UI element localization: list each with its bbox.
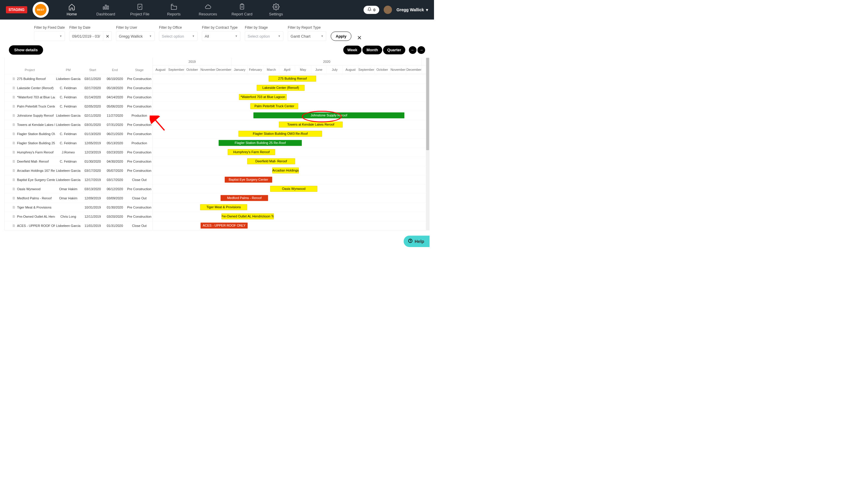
arrow-left-icon: ←	[411, 48, 415, 53]
nav-resources[interactable]: Resources	[191, 0, 225, 20]
file-check-icon	[136, 3, 143, 11]
gantt-bar[interactable]: Humphrey's Farm Reroof	[228, 149, 275, 155]
scroll-thumb[interactable]	[426, 58, 429, 150]
table-row[interactable]: 🗎Flagler Station Building OW3 Re-C. Feld…	[5, 129, 153, 138]
nav-label: Settings	[269, 12, 283, 16]
project-stage: Pre Construction	[126, 123, 153, 126]
user-select[interactable]: Gregg Wallick▼	[116, 31, 154, 41]
gantt-bar[interactable]: Lakeside Center (Reroof)	[257, 85, 305, 91]
table-row[interactable]: 🗎Medford Palms - ReroofOmar Hakim12/09/2…	[5, 193, 153, 203]
chevron-down-icon: ▼	[321, 35, 324, 38]
project-stage: Pre Construction	[126, 214, 153, 218]
gantt-bar[interactable]: Flagler Station Building OW3 Re-Roof	[238, 131, 322, 137]
help-button[interactable]: Help	[404, 236, 430, 247]
document-icon: 🗎	[12, 132, 16, 136]
year-2020: 2020	[232, 58, 422, 66]
month-header: July	[327, 66, 343, 74]
notifications-pill[interactable]: 0	[363, 5, 379, 14]
chevron-down-icon: ▼	[192, 35, 195, 38]
gantt-bar[interactable]: Arcadian Holdings	[272, 168, 299, 173]
fixed-date-select[interactable]: ▼	[34, 31, 65, 41]
zoom-month-button[interactable]: Month	[362, 46, 382, 55]
zoom-week-button[interactable]: Week	[343, 46, 361, 55]
table-row[interactable]: 🗎Arcadian Holdings 167 ReroofLisbeleen G…	[5, 166, 153, 175]
next-button[interactable]: →	[417, 46, 425, 54]
gantt-bar[interactable]: Deerfield Mall- Reroof	[247, 158, 295, 164]
nav-dashboard[interactable]: Dashboard	[89, 0, 123, 20]
month-header: August	[153, 66, 169, 74]
bell-icon	[367, 7, 372, 12]
month-header: December	[216, 66, 232, 74]
project-stage: Pre Construction	[126, 95, 153, 99]
project-stage: Pre Construction	[126, 132, 153, 136]
project-end: 06/12/2020	[104, 187, 126, 191]
month-header: June	[311, 66, 327, 74]
project-stage: Pre Construction	[126, 150, 153, 154]
project-pm: C. Feldman	[55, 104, 82, 108]
table-row[interactable]: 🗎Towers at Kendale Lakes ReroofLisbeleen…	[5, 120, 153, 129]
project-pm: Lisbeleen Garcia	[55, 224, 82, 227]
vertical-scrollbar[interactable]	[426, 58, 430, 230]
show-details-button[interactable]: Show details	[9, 45, 43, 55]
filter-report-type: Filter by Report Type Gantt Chart▼	[288, 25, 326, 41]
avatar[interactable]	[384, 5, 392, 14]
nav-reports[interactable]: Reports	[157, 0, 191, 20]
table-row[interactable]: 🗎275 Building ReroofLisbeleen Garcia03/1…	[5, 74, 153, 83]
project-start: 12/23/2019	[82, 150, 104, 154]
table-row[interactable]: 🗎Tiger Meat & Provisions10/31/201901/30/…	[5, 203, 153, 212]
table-row[interactable]: 🗎ACES - UPPER ROOF ONLYLisbeleen Garcia1…	[5, 221, 153, 230]
gantt-bar[interactable]: Flagler Station Building 25 Re-Roof	[219, 140, 302, 146]
table-row[interactable]: 🗎*Waterford 703 at Blue LagoonC. Feldman…	[5, 92, 153, 102]
table-row[interactable]: 🗎Johnstone Supply ReroofLisbeleen Garcia…	[5, 111, 153, 120]
nav-report-card[interactable]: Report Card	[225, 0, 259, 20]
apply-button[interactable]: Apply	[331, 32, 351, 41]
user-menu[interactable]: Gregg Wallick ▾	[396, 8, 428, 12]
contract-type-select[interactable]: All▼	[202, 31, 240, 41]
gantt-bar[interactable]: Baptist Eye Surgery Center	[225, 177, 273, 183]
top-nav: STAGING BEST HomeDashboardProject FileRe…	[0, 0, 434, 20]
gantt-bar[interactable]: Palm Peterbilt Truck Center	[251, 103, 298, 109]
document-icon: 🗎	[12, 169, 16, 173]
logo[interactable]: BEST	[33, 2, 49, 18]
date-range-input[interactable]: 09/01/2019 - 03/	[69, 31, 103, 41]
table-row[interactable]: 🗎Baptist Eye Surgery CenterLisbeleen Gar…	[5, 175, 153, 184]
prev-button[interactable]: ←	[409, 46, 417, 54]
stage-select[interactable]: Select option▼	[245, 31, 283, 41]
report-type-select[interactable]: Gantt Chart▼	[288, 31, 326, 41]
gantt-bar[interactable]: Tiger Meat & Provisions	[200, 204, 247, 210]
table-row[interactable]: 🗎Pre-Owned Outlet AL HendricksoChris Lon…	[5, 212, 153, 221]
office-select[interactable]: Select option▼	[159, 31, 197, 41]
project-start: 03/31/2020	[82, 123, 104, 126]
gantt-bar[interactable]: Johnstone Supply Reroof	[253, 113, 404, 118]
clear-date-button[interactable]: ✕	[103, 31, 112, 41]
project-pm: C. Feldman	[55, 132, 82, 136]
project-end: 05/06/2020	[104, 104, 126, 108]
gantt-bar[interactable]: Pre-Owned Outlet AL Hendrickson To	[221, 214, 274, 219]
zoom-quarter-button[interactable]: Quarter	[383, 46, 405, 55]
project-start: 01/30/2020	[82, 159, 104, 163]
nav-home[interactable]: Home	[55, 0, 89, 20]
table-row[interactable]: 🗎Oasis WynwoodOmar Hakim03/13/202006/12/…	[5, 184, 153, 193]
document-icon: 🗎	[12, 150, 16, 154]
gantt-bar[interactable]: Towers at Kendale Lakes Reroof	[279, 122, 343, 128]
gantt-bar[interactable]: *Waterford 703 at Blue Lagoon	[239, 94, 287, 100]
close-filters-button[interactable]: ✕	[357, 34, 362, 41]
project-end: 03/17/2020	[104, 178, 126, 182]
project-start: 01/14/2020	[82, 95, 104, 99]
table-row[interactable]: 🗎Flagler Station Building 25 Re-RoC. Fel…	[5, 138, 153, 148]
gantt-row: 275 Building Reroof	[153, 74, 430, 83]
gantt-bar[interactable]: ACES - UPPER ROOF ONLY	[201, 223, 248, 229]
table-row[interactable]: 🗎Deerfield Mall- ReroofC. Feldman01/30/2…	[5, 157, 153, 166]
table-row[interactable]: 🗎Humphrey's Farm ReroofJ.Romeo12/23/2019…	[5, 148, 153, 157]
filter-user: Filter by User Gregg Wallick▼	[116, 25, 154, 41]
table-row[interactable]: 🗎Palm Peterbilt Truck CenterC. Feldman02…	[5, 102, 153, 111]
table-row[interactable]: 🗎Lakeside Center (Reroof)C. Feldman02/17…	[5, 83, 153, 92]
month-header: November	[200, 66, 216, 74]
nav-settings[interactable]: Settings	[259, 0, 293, 20]
project-stage: Pre Construction	[126, 205, 153, 209]
gantt-bar[interactable]: 275 Building Reroof	[269, 76, 316, 82]
gantt-bar[interactable]: Medford Palms - Reroof	[221, 195, 268, 201]
gantt-row: Flagler Station Building 25 Re-Roof	[153, 138, 430, 148]
nav-project-file[interactable]: Project File	[123, 0, 157, 20]
gantt-bar[interactable]: Oasis Wynwood	[270, 186, 317, 192]
